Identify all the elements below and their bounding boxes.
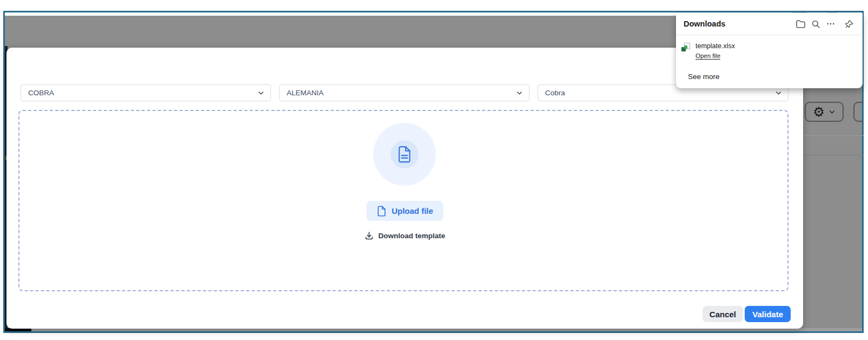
gear-icon: ⚙ — [813, 106, 825, 119]
settings-button[interactable]: ⚙ — [805, 102, 844, 122]
pin-downloads-button[interactable] — [842, 17, 857, 31]
see-more-link[interactable]: See more — [688, 73, 720, 81]
clipped-toolbar-button[interactable] — [853, 102, 864, 122]
download-template-link[interactable]: Download template — [6, 231, 803, 240]
search-icon — [811, 19, 820, 29]
select-country-value: ALEMANIA — [287, 89, 323, 97]
select-company-value: Cobra — [545, 89, 565, 97]
select-entity[interactable]: COBRA — [21, 84, 271, 101]
cancel-button[interactable]: Cancel — [703, 306, 743, 322]
search-downloads-button[interactable] — [808, 17, 823, 31]
downloads-title: Downloads — [684, 19, 793, 28]
open-file-link[interactable]: Open file — [695, 53, 720, 59]
document-icon — [397, 146, 412, 163]
upload-illustration — [373, 123, 436, 186]
chevron-down-icon — [774, 89, 783, 97]
upload-illustration-inner — [390, 140, 419, 168]
download-item: template.xlsx Open file — [676, 35, 863, 60]
download-file-name: template.xlsx — [695, 42, 735, 50]
upload-file-button[interactable]: Upload file — [366, 201, 443, 221]
chevron-down-icon — [829, 108, 836, 115]
excel-file-icon — [681, 43, 690, 51]
backdrop-divider — [803, 155, 864, 155]
chevron-down-icon — [515, 89, 524, 97]
chevron-down-icon — [257, 89, 265, 97]
select-entity-value: COBRA — [28, 89, 54, 97]
more-options-button[interactable] — [823, 17, 838, 31]
folder-icon — [796, 19, 806, 29]
downloads-header: Downloads — [676, 13, 863, 35]
open-downloads-folder-button[interactable] — [793, 17, 808, 31]
validate-button[interactable]: Validate — [745, 306, 791, 322]
upload-file-label: Upload file — [392, 206, 433, 215]
file-icon — [376, 206, 386, 217]
screenshot-stage: ⚙ COBRA ALEMANIA Cobra — [0, 0, 868, 340]
pin-icon — [845, 19, 854, 29]
downloads-popup: Downloads — [676, 13, 863, 88]
download-icon — [365, 231, 374, 240]
select-country[interactable]: ALEMANIA — [279, 84, 529, 101]
upload-modal: COBRA ALEMANIA Cobra — [6, 48, 803, 329]
download-template-label: Download template — [379, 232, 446, 240]
more-options-icon — [826, 19, 836, 29]
backdrop-divider — [803, 135, 864, 136]
